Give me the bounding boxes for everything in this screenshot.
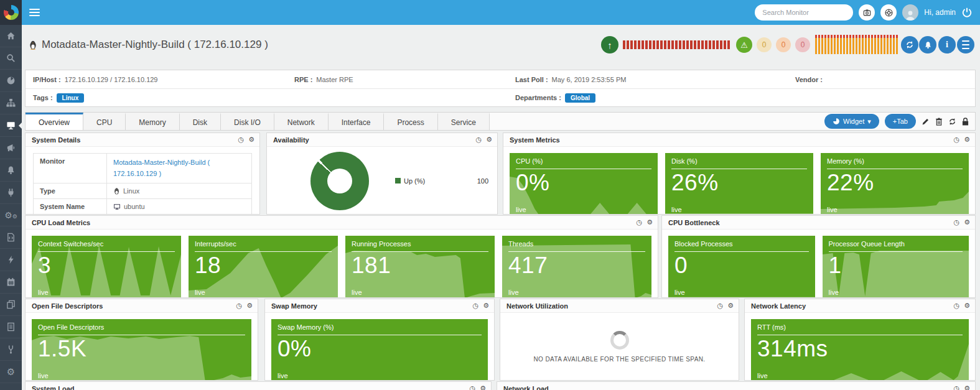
- sidebar-item-reports[interactable]: [0, 294, 22, 316]
- tab-interface[interactable]: Interface: [329, 113, 385, 130]
- sidebar-item-topology[interactable]: [0, 92, 22, 114]
- sidebar-item-alerts[interactable]: [0, 159, 22, 182]
- widget-settings-icon[interactable]: ⚙: [248, 136, 254, 143]
- lock-tab-button[interactable]: [962, 118, 969, 126]
- sidebar-item-announcements[interactable]: [0, 137, 22, 159]
- time-range-icon[interactable]: ◷: [717, 302, 724, 309]
- monitor-link[interactable]: Motadata-Master-Nightly-Build ( 172.16.1…: [113, 157, 245, 179]
- tag-badge[interactable]: Linux: [57, 93, 85, 103]
- availability-up-indicator[interactable]: ↑: [601, 36, 618, 53]
- time-range-icon[interactable]: ◷: [954, 385, 960, 390]
- widget-settings-icon[interactable]: ⚙: [964, 385, 970, 390]
- sidebar-item-home[interactable]: [0, 25, 22, 47]
- running-processes-tile[interactable]: Running Processes 181 live: [345, 236, 495, 298]
- calendar-icon: [6, 277, 16, 287]
- tab-network[interactable]: Network: [274, 113, 329, 130]
- sidebar-item-automation[interactable]: ⚙⚙: [0, 204, 22, 226]
- swap-memory-header: Swap Memory ◷⚙: [265, 299, 494, 313]
- widget-settings-icon[interactable]: ⚙: [964, 219, 970, 226]
- widget-settings-icon[interactable]: ⚙: [246, 302, 253, 309]
- sidebar-item-diagnostics[interactable]: [0, 338, 22, 361]
- add-tab-button[interactable]: +Tab: [885, 114, 916, 129]
- sidebar-item-scripts[interactable]: [0, 226, 22, 249]
- live-indicator: live: [516, 206, 526, 213]
- disk-percent-tile[interactable]: Disk (%) 26% live: [665, 153, 813, 215]
- tab-memory[interactable]: Memory: [126, 113, 179, 130]
- tab-process[interactable]: Process: [384, 113, 437, 130]
- threads-tile[interactable]: Threads 417 live: [502, 236, 651, 298]
- memory-percent-tile[interactable]: Memory (%) 22% live: [821, 153, 969, 215]
- time-range-icon[interactable]: ◷: [954, 302, 960, 309]
- tile-value: 1: [829, 254, 963, 278]
- open-file-descriptors-tile[interactable]: Open File Descriptors 1.5K live: [32, 319, 251, 381]
- sidebar-item-monitor[interactable]: [0, 114, 22, 137]
- network-latency-card: Network Latency ◷⚙ RTT (ms) 314ms live: [744, 299, 976, 381]
- network-load-card: Network Load ◷⚙: [497, 381, 976, 390]
- critical-count-badge[interactable]: 0: [795, 37, 810, 52]
- card-title: System Details: [32, 136, 80, 144]
- event-history-bars: [815, 35, 898, 54]
- widget-button[interactable]: Widget ▾: [824, 114, 879, 129]
- plug-icon: [6, 188, 16, 197]
- processor-queue-length-tile[interactable]: Processor Queue Length 1 live: [823, 236, 969, 298]
- sidebar-item-dashboard[interactable]: [0, 70, 22, 92]
- menu-toggle-icon[interactable]: [29, 7, 40, 18]
- widget-settings-icon[interactable]: ⚙: [480, 385, 486, 390]
- tab-cpu[interactable]: CPU: [83, 113, 126, 130]
- time-range-icon[interactable]: ◷: [236, 302, 243, 309]
- system-load-card: System Load ◷⚙: [25, 381, 492, 390]
- help-button[interactable]: [880, 4, 897, 21]
- tab-disk[interactable]: Disk: [180, 113, 221, 130]
- edit-tab-button[interactable]: [922, 118, 930, 126]
- sidebar-item-actions[interactable]: [0, 249, 22, 271]
- alert-ok-indicator[interactable]: ⚠: [736, 37, 752, 53]
- page-title: Motadata-Master-Nightly-Build ( 172.16.1…: [29, 39, 268, 51]
- vendor-field: Vendor :: [788, 76, 975, 83]
- logout-button[interactable]: [961, 7, 973, 18]
- availability-donut-chart[interactable]: [310, 152, 369, 210]
- tab-disk-io[interactable]: Disk I/O: [221, 113, 274, 130]
- screenshot-button[interactable]: [859, 4, 875, 21]
- refresh-button[interactable]: [901, 36, 918, 53]
- widget-settings-icon[interactable]: ⚙: [964, 136, 970, 143]
- user-avatar[interactable]: [902, 4, 918, 21]
- tab-overview[interactable]: Overview: [26, 113, 83, 130]
- widget-settings-icon[interactable]: ⚙: [964, 302, 970, 309]
- info-button[interactable]: i: [938, 36, 956, 53]
- major-count-badge[interactable]: 0: [776, 37, 791, 52]
- refresh-tab-button[interactable]: [948, 118, 956, 126]
- context-switches-tile[interactable]: Context Switches/sec 3 live: [32, 236, 181, 298]
- cpu-percent-tile[interactable]: CPU (%) 0% live: [510, 153, 658, 215]
- widget-settings-icon[interactable]: ⚙: [646, 219, 653, 226]
- delete-tab-button[interactable]: [935, 118, 943, 126]
- time-range-icon[interactable]: ◷: [637, 219, 643, 226]
- sidebar-item-settings[interactable]: ⚙: [0, 361, 22, 383]
- interrupts-tile[interactable]: Interrupts/sec 18 live: [189, 236, 338, 298]
- more-menu-button[interactable]: [957, 36, 974, 53]
- notifications-button[interactable]: [919, 36, 936, 53]
- home-icon: [6, 31, 16, 40]
- sidebar-item-integrations[interactable]: [0, 182, 22, 204]
- time-range-icon[interactable]: ◷: [238, 136, 245, 143]
- widget-settings-icon[interactable]: ⚙: [727, 302, 734, 309]
- rpe-field: RPE :Master RPE: [287, 76, 508, 83]
- department-badge[interactable]: Global: [565, 93, 595, 103]
- rtt-tile[interactable]: RTT (ms) 314ms live: [751, 319, 969, 381]
- time-range-icon[interactable]: ◷: [954, 219, 960, 226]
- time-range-icon[interactable]: ◷: [470, 385, 476, 390]
- time-range-icon[interactable]: ◷: [476, 136, 482, 143]
- widget-settings-icon[interactable]: ⚙: [486, 136, 492, 143]
- card-title: Availability: [273, 136, 309, 144]
- blocked-processes-tile[interactable]: Blocked Processes 0 live: [668, 236, 815, 298]
- widget-settings-icon[interactable]: ⚙: [483, 302, 489, 309]
- warning-count-badge[interactable]: 0: [757, 37, 772, 52]
- sidebar-item-search[interactable]: [0, 47, 22, 70]
- time-range-icon[interactable]: ◷: [473, 302, 479, 309]
- search-input[interactable]: [762, 9, 851, 16]
- swap-memory-tile[interactable]: Swap Memory (%) 0% live: [271, 319, 488, 381]
- app-logo[interactable]: [0, 0, 22, 25]
- tab-service[interactable]: Service: [438, 113, 490, 130]
- sidebar-item-documents[interactable]: [0, 316, 22, 338]
- time-range-icon[interactable]: ◷: [954, 136, 960, 143]
- sidebar-item-scheduler[interactable]: [0, 271, 22, 294]
